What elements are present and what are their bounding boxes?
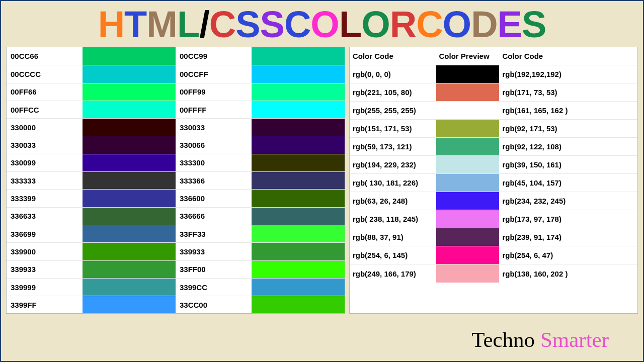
rgb-code-a: rgb(88, 37, 91) [350,228,436,246]
hex-swatch-a [83,47,176,65]
rgb-code-b: rgb(234, 232, 245) [499,192,586,210]
title-char: D [471,3,497,46]
hex-row: 00FFCC00FFFF [7,101,345,118]
rgb-header-preview: Color Preview [436,52,500,60]
rgb-code-b: rgb(239, 91, 174) [499,228,586,246]
hex-code-b: 3399CC [176,279,252,296]
hex-color-table: 00CC6600CC9900CCCC00CCFF00FF6600FF9900FF… [6,47,345,314]
hex-row: 3399993399CC [7,278,345,296]
hex-swatch-a [83,190,176,207]
content-area: 00CC6600CC9900CCCC00CCFF00FF6600FF9900FF… [1,47,643,314]
rgb-code-a: rgb(63, 26, 248) [350,192,436,210]
hex-swatch-a [83,261,176,278]
rgb-row: rgb(88, 37, 91)rgb(239, 91, 174) [350,228,637,246]
rgb-row: rgb( 130, 181, 226)rgb(45, 104, 157) [350,174,637,192]
rgb-row: rgb(255, 255, 255)rgb(161, 165, 162 ) [350,102,637,120]
rgb-swatch [436,264,500,283]
rgb-code-a: rgb(151, 171, 53) [350,120,436,137]
title-char: / [199,3,209,46]
rgb-code-a: rgb(194, 229, 232) [350,156,436,173]
hex-code-b: 00FF99 [176,83,252,101]
rgb-code-a: rgb(249, 166, 179) [350,264,436,283]
rgb-code-b: rgb(92, 171, 53) [499,120,586,137]
hex-swatch-a [83,279,176,296]
rgb-swatch [436,102,500,119]
hex-swatch-a [83,101,176,118]
hex-swatch-a [83,243,176,260]
rgb-row: rgb(63, 26, 248)rgb(234, 232, 245) [350,192,637,210]
rgb-row: rgb(151, 171, 53)rgb(92, 171, 53) [350,120,637,138]
hex-swatch-b [252,243,345,260]
rgb-row: rgb( 238, 118, 245)rgb(173, 97, 178) [350,210,637,228]
rgb-row: rgb(59, 173, 121)rgb(92, 122, 108) [350,138,637,156]
hex-code-a: 336699 [7,225,83,242]
title-char: O [361,3,390,46]
rgb-swatch [436,120,500,137]
hex-swatch-b [252,225,345,242]
hex-code-a: 330099 [7,154,83,171]
hex-row: 33993333FF00 [7,260,345,278]
hex-code-b: 33FF00 [176,261,252,278]
page-title: HTML/CSS COLOR CODES [1,1,643,47]
hex-swatch-b [252,83,345,101]
title-char: S [522,3,546,46]
rgb-code-b: rgb(45, 104, 157) [499,174,586,192]
rgb-code-a: rgb(221, 105, 80) [350,83,436,101]
hex-swatch-a [83,119,176,136]
hex-row: 330033330066 [7,136,345,153]
rgb-swatch [436,228,500,246]
hex-swatch-b [252,190,345,207]
rgb-swatch [436,156,500,173]
rgb-code-a: rgb(255, 255, 255) [350,102,436,119]
rgb-swatch [436,138,500,155]
title-char: C [416,3,442,46]
rgb-code-a: rgb( 238, 118, 245) [350,210,436,228]
hex-code-b: 00FFFF [176,101,252,118]
hex-swatch-b [252,172,345,189]
title-char: M [146,3,177,46]
rgb-row: rgb(0, 0, 0)rgb(192,192,192) [350,65,637,83]
title-char: L [177,3,199,46]
hex-swatch-b [252,296,345,313]
hex-code-a: 00CC66 [7,47,83,65]
hex-code-b: 333300 [176,154,252,171]
hex-swatch-b [252,47,345,65]
rgb-code-a: rgb(0, 0, 0) [350,65,436,83]
hex-swatch-b [252,119,345,136]
title-char: O [310,3,339,46]
hex-swatch-a [83,296,176,313]
hex-code-b: 336600 [176,190,252,207]
title-char: T [124,3,146,46]
rgb-swatch [436,174,500,192]
hex-code-a: 330033 [7,136,83,153]
title-char: R [390,3,416,46]
rgb-swatch [436,246,500,264]
rgb-row: rgb(249, 166, 179)rgb(138, 160, 202 ) [350,264,637,283]
title-char: H [98,3,124,46]
rgb-header-code-a: Color Code [350,52,436,60]
hex-row: 00CCCC00CCFF [7,65,345,82]
hex-code-a: 333399 [7,190,83,207]
title-char: S [260,3,284,46]
hex-swatch-a [83,208,176,225]
hex-code-b: 33FF33 [176,225,252,242]
hex-swatch-b [252,279,345,296]
title-char: E [498,3,522,46]
hex-row: 333399336600 [7,189,345,207]
rgb-code-b: rgb(173, 97, 178) [499,210,586,228]
rgb-row: rgb(194, 229, 232)rgb(39, 150, 161) [350,156,637,174]
rgb-code-b: rgb(192,192,192) [499,65,586,83]
hex-code-a: 339933 [7,261,83,278]
brand-word-2: Smarter [540,328,609,351]
hex-code-b: 33CC00 [176,296,252,313]
hex-code-b: 330033 [176,119,252,136]
rgb-code-b: rgb(92, 122, 108) [499,138,586,155]
hex-row: 330000330033 [7,118,345,136]
hex-row: 3399FF33CC00 [7,296,345,313]
hex-swatch-a [83,172,176,189]
hex-swatch-b [252,154,345,171]
rgb-code-a: rgb(254, 6, 145) [350,246,436,264]
title-char: S [235,3,260,46]
hex-swatch-a [83,83,176,101]
rgb-code-b: rgb(254, 6, 47) [499,246,586,264]
